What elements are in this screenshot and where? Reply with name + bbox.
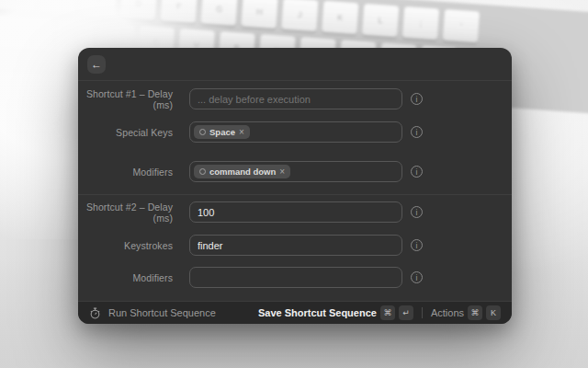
form-row-special-keys: Special Keys Space × i bbox=[78, 121, 512, 143]
chip-remove-icon[interactable]: × bbox=[239, 127, 244, 137]
dialog-header: ← bbox=[78, 48, 512, 81]
field-label: Modifiers bbox=[78, 167, 173, 178]
chip-circle-icon bbox=[199, 129, 206, 135]
field-label: Shortcut #2 – Delay (ms) bbox=[78, 201, 173, 224]
special-key-chip[interactable]: Space × bbox=[194, 125, 250, 139]
footer-actions-group: Save Shortcut Sequence ⌘ ↵ Actions ⌘ K bbox=[258, 305, 501, 320]
field-label: Keystrokes bbox=[78, 240, 173, 251]
chip-remove-icon[interactable]: × bbox=[279, 167, 285, 177]
keystrokes-field[interactable] bbox=[189, 235, 402, 256]
field-label: Special Keys bbox=[78, 127, 173, 138]
k-key-badge: K bbox=[486, 305, 501, 320]
back-arrow-icon: ← bbox=[91, 59, 102, 70]
back-button[interactable]: ← bbox=[87, 55, 106, 74]
keyboard-key: ' bbox=[443, 9, 480, 43]
info-icon[interactable]: i bbox=[411, 239, 423, 251]
footer-separator bbox=[422, 307, 423, 318]
delay-1-input[interactable] bbox=[198, 94, 394, 105]
info-icon[interactable]: i bbox=[411, 93, 423, 105]
run-shortcut-sequence-button[interactable]: Run Shortcut Sequence bbox=[89, 307, 216, 319]
info-icon[interactable]: i bbox=[411, 206, 423, 218]
form-row-modifiers-2: Modifiers i bbox=[78, 267, 512, 288]
dialog-footer: Run Shortcut Sequence Save Shortcut Sequ… bbox=[78, 301, 512, 324]
return-key-badge: ↵ bbox=[399, 305, 413, 320]
chip-label: Space bbox=[209, 127, 235, 137]
stopwatch-icon bbox=[89, 307, 101, 319]
modifiers-2-field[interactable] bbox=[189, 267, 402, 288]
actions-button[interactable]: Actions bbox=[431, 307, 464, 318]
chip-label: command down bbox=[209, 167, 276, 177]
keyboard-key: ; bbox=[402, 6, 439, 40]
info-icon[interactable]: i bbox=[411, 271, 423, 283]
form-row-keystrokes: Keystrokes i bbox=[78, 235, 512, 256]
modifier-chip[interactable]: command down × bbox=[194, 165, 290, 178]
form-row-delay-2: Shortcut #2 – Delay (ms) i bbox=[78, 201, 512, 223]
dialog-body: Shortcut #1 – Delay (ms) i Special Keys … bbox=[78, 81, 512, 301]
keyboard-key: K bbox=[322, 1, 358, 35]
run-label: Run Shortcut Sequence bbox=[108, 307, 216, 318]
field-label: Shortcut #1 – Delay (ms) bbox=[78, 88, 173, 110]
form-row-delay-1: Shortcut #1 – Delay (ms) i bbox=[78, 88, 512, 109]
field-label: Modifiers bbox=[78, 272, 173, 283]
modifiers-2-input[interactable] bbox=[198, 272, 394, 283]
special-keys-field[interactable]: Space × bbox=[189, 121, 402, 143]
command-key-badge: ⌘ bbox=[380, 305, 395, 320]
delay-2-input[interactable] bbox=[198, 207, 394, 218]
keyboard-key: H bbox=[241, 0, 277, 29]
keystrokes-input[interactable] bbox=[198, 240, 394, 251]
section-divider bbox=[78, 194, 512, 195]
info-icon[interactable]: i bbox=[411, 166, 423, 178]
shortcut-sequence-dialog: ← Shortcut #1 – Delay (ms) i Special Key… bbox=[78, 48, 512, 324]
command-key-badge: ⌘ bbox=[468, 305, 482, 320]
modifiers-1-field[interactable]: command down × bbox=[189, 161, 402, 182]
keyboard-key: J bbox=[281, 0, 318, 31]
form-row-modifiers-1: Modifiers command down × i bbox=[78, 161, 512, 182]
save-shortcut-sequence-button[interactable]: Save Shortcut Sequence bbox=[258, 307, 377, 318]
chip-circle-icon bbox=[199, 168, 206, 175]
delay-1-field[interactable] bbox=[189, 88, 402, 109]
info-icon[interactable]: i bbox=[411, 126, 423, 138]
delay-2-field[interactable] bbox=[189, 201, 402, 223]
keyboard-key: L bbox=[362, 4, 399, 38]
